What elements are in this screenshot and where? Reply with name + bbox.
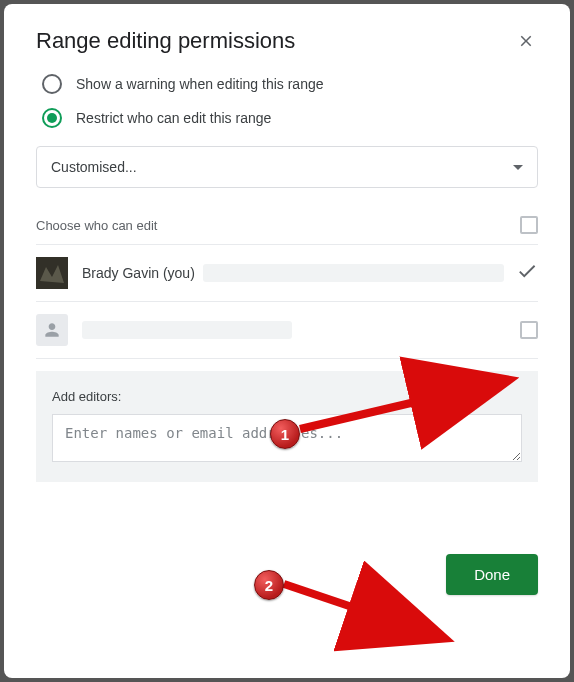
user-row-owner: Brady Gavin (you): [36, 245, 538, 301]
svg-rect-0: [36, 257, 68, 289]
close-icon: [517, 32, 535, 50]
redacted-email: [203, 264, 504, 282]
radio-unselected-icon: [42, 74, 62, 94]
dialog-footer: Done: [36, 482, 538, 595]
done-button[interactable]: Done: [446, 554, 538, 595]
avatar: [36, 257, 68, 289]
add-editors-label: Add editors:: [52, 389, 522, 404]
option-warning[interactable]: Show a warning when editing this range: [36, 74, 538, 94]
divider: [36, 358, 538, 359]
dialog-title: Range editing permissions: [36, 28, 295, 54]
user-name: Brady Gavin (you): [82, 265, 195, 281]
select-all-checkbox[interactable]: [520, 216, 538, 234]
choose-who-label: Choose who can edit: [36, 218, 157, 233]
close-button[interactable]: [514, 29, 538, 53]
add-editors-input[interactable]: [52, 414, 522, 462]
user-checkbox[interactable]: [520, 321, 538, 339]
add-editors-section: Add editors:: [36, 371, 538, 482]
option-restrict[interactable]: Restrict who can edit this range: [36, 108, 538, 128]
avatar-placeholder-icon: [36, 314, 68, 346]
restriction-dropdown[interactable]: Customised...: [36, 146, 538, 188]
redacted-user: [82, 321, 292, 339]
option-warning-label: Show a warning when editing this range: [76, 76, 324, 92]
option-restrict-label: Restrict who can edit this range: [76, 110, 271, 126]
user-row: [36, 302, 538, 358]
choose-who-header: Choose who can edit: [36, 212, 538, 244]
radio-selected-icon: [42, 108, 62, 128]
title-row: Range editing permissions: [36, 28, 538, 54]
chevron-down-icon: [513, 165, 523, 170]
permissions-dialog: Range editing permissions Show a warning…: [4, 4, 570, 678]
dropdown-selected-label: Customised...: [51, 159, 137, 175]
owner-check-icon: [516, 260, 538, 286]
